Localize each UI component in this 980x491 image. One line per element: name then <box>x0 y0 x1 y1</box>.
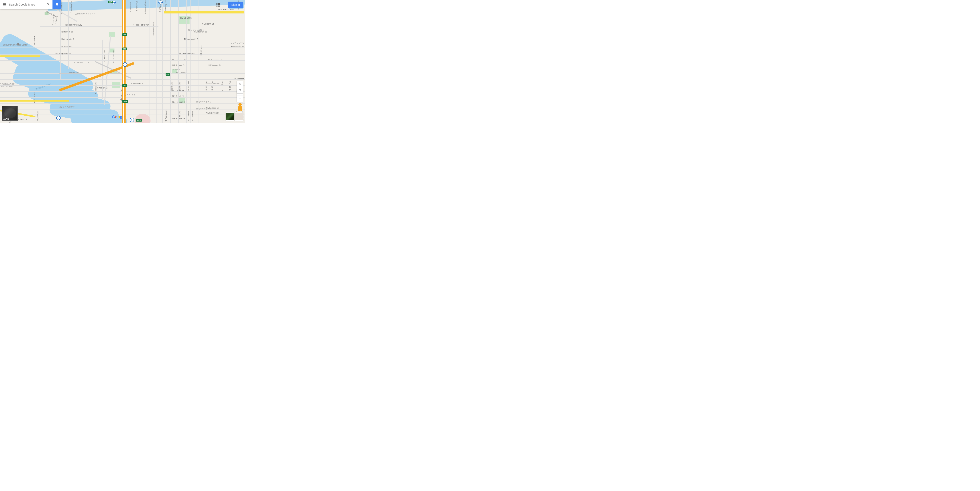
svg-rect-4 <box>218 3 219 4</box>
n-concord <box>102 40 103 99</box>
exit-303-1: 303 <box>123 48 127 50</box>
ne-22nd <box>220 0 220 123</box>
i5-center-line <box>123 0 124 123</box>
ne-16th-label: NE 16th Ave <box>205 81 207 91</box>
map[interactable]: ARBOR LODGE OVERLOOK BOISE WOODLAWN CONC… <box>0 0 245 123</box>
search-input[interactable] <box>9 3 44 6</box>
svg-rect-3 <box>216 3 218 4</box>
n-commercial-ave <box>141 0 141 119</box>
earth-label: Earth <box>3 118 9 121</box>
nw-29th-label: NW 29th Ave <box>37 111 39 121</box>
i5-shield-1: 5 <box>123 62 127 67</box>
n-kerby-label: N Kerby Ave <box>136 1 138 11</box>
park-8 <box>45 12 49 15</box>
n-montana-label: N Montana Ave <box>70 1 72 13</box>
svg-rect-8 <box>219 4 220 5</box>
exit-302b: 302B <box>123 100 128 103</box>
apps-grid-button[interactable] <box>215 2 221 8</box>
ne-17th-label: NE 17th Ave <box>211 81 213 91</box>
n-rosa-parks <box>40 26 158 27</box>
exit-302c: 302C <box>136 119 142 122</box>
park-7 <box>178 97 185 103</box>
ne-27th <box>236 0 236 123</box>
nw-front-ave <box>0 100 69 102</box>
ne-22nd-label: NE 22nd Ave <box>221 81 223 91</box>
directions-button[interactable] <box>52 0 61 9</box>
mcmenamins-marker <box>231 46 232 47</box>
n-greeley-label: N Greeley Ave <box>95 83 97 94</box>
search-bar[interactable] <box>0 0 61 9</box>
svg-rect-11 <box>219 6 220 6</box>
ne-16th <box>204 0 204 123</box>
n-going-st <box>59 73 127 74</box>
svg-rect-5 <box>219 3 220 4</box>
map-type-buttons <box>226 113 243 121</box>
ne-6th-label: NE 6th Ave <box>171 82 173 91</box>
svg-rect-6 <box>216 4 218 5</box>
expand-button[interactable] <box>237 87 243 94</box>
my-location-button[interactable] <box>237 81 243 87</box>
n-basin-ave <box>0 56 40 57</box>
search-button[interactable] <box>44 0 52 9</box>
svg-rect-0 <box>3 3 6 3</box>
svg-rect-9 <box>216 6 218 6</box>
n-williams-ave <box>156 0 157 123</box>
ne-11th <box>186 0 186 123</box>
svg-rect-10 <box>218 6 219 6</box>
columbia-blvd-2 <box>164 12 243 13</box>
ne-6th <box>170 0 171 123</box>
us30-shield-1: 30 <box>56 116 60 120</box>
exit-303-2: 303 <box>123 84 127 87</box>
exit-304: 304 <box>123 33 127 36</box>
sign-in-button[interactable]: Sign in <box>228 2 243 8</box>
n-albina-label: N Albina Ave <box>130 2 132 12</box>
n-basin-label: N Basin Ave <box>33 36 35 46</box>
ne-15th <box>198 0 199 123</box>
ne-rodney-label: NE Rodney Ave <box>165 110 167 122</box>
pegman[interactable] <box>237 103 243 111</box>
google-logo: Google <box>112 114 126 119</box>
n-kerby-ave <box>135 0 135 119</box>
n-montana-ave <box>68 0 69 69</box>
park-5 <box>179 16 189 24</box>
i5-shield-2: 5 <box>130 118 134 122</box>
us30b-shield-2: 30B <box>158 1 163 4</box>
building-marker <box>18 43 19 45</box>
ne-9th-label: NE 9th Ave <box>179 82 181 91</box>
zoom-out-button[interactable]: − <box>237 95 243 102</box>
satellite-view-button[interactable] <box>226 113 234 121</box>
us99w-shield: 99W <box>108 1 113 3</box>
ne-9th <box>178 0 179 123</box>
n-mallory-label: N Mallory Ave <box>165 0 167 11</box>
svg-rect-2 <box>3 6 6 6</box>
ne-12th <box>190 0 191 123</box>
svg-rect-7 <box>218 4 219 5</box>
n-commercial-label: N Commercial Ave <box>144 0 146 14</box>
n-vancouver-ave <box>150 0 150 123</box>
hamburger-button[interactable] <box>0 0 9 9</box>
nw-front-label: NW Front Ave <box>33 92 35 103</box>
ne-24th-label: NE 24th Ave <box>229 81 231 91</box>
street-view-button[interactable] <box>235 113 243 121</box>
us99e-shield: 99E <box>165 73 170 76</box>
svg-rect-1 <box>3 4 6 5</box>
ne-15th-label: NE 15th Ave <box>200 46 202 56</box>
ne-24th <box>228 0 228 123</box>
ne-13th-label: NE 13th Ave <box>188 81 189 91</box>
n-mallory-ave <box>162 0 163 123</box>
ne-17th <box>210 0 210 123</box>
n-albina-ave <box>129 0 129 119</box>
